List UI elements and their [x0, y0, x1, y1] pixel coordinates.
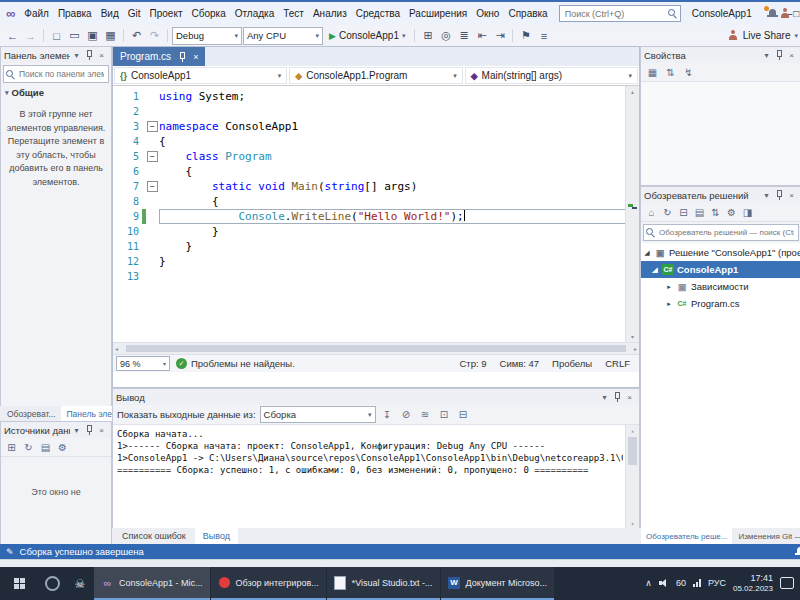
home-icon[interactable]: ⌂: [644, 205, 659, 220]
redo-button[interactable]: ↷: [146, 27, 163, 44]
toolbox-search-input[interactable]: [17, 68, 106, 80]
code-line[interactable]: 7 static void Main(string[] args): [113, 179, 626, 194]
close-icon[interactable]: ×: [193, 52, 198, 62]
tab-server-explorer[interactable]: Обозреват...: [2, 406, 60, 421]
tree-node-project[interactable]: ◢ C# ConsoleApp1: [641, 261, 800, 278]
comment-button[interactable]: ≣: [455, 27, 472, 44]
output-console[interactable]: Сборка начата... 1>------ Сборка начата:…: [113, 425, 639, 529]
sync-icon[interactable]: ⇅: [708, 205, 723, 220]
tree-node-solution[interactable]: ◢ ▣ Решение "ConsoleApp1" (проекты: 1 из…: [641, 244, 800, 261]
zoom-select[interactable]: 96 % ▾: [116, 356, 170, 371]
close-icon[interactable]: ×: [95, 51, 108, 60]
toolbox-section-general[interactable]: ▾ Общие: [1, 85, 111, 100]
expanded-arrow-icon[interactable]: ◢: [643, 249, 651, 257]
notifications-bell-icon[interactable]: [795, 546, 800, 557]
fold-collapse-icon[interactable]: [147, 121, 158, 132]
pin-icon[interactable]: [613, 392, 621, 402]
output-vertical-scrollbar[interactable]: ▴ ▾: [625, 425, 639, 529]
close-icon[interactable]: ×: [95, 426, 108, 435]
tray-chevron-icon[interactable]: ∧: [645, 578, 652, 588]
taskbar-app-visual-studio[interactable]: ∞ ConsoleApp1 - Mic...: [94, 567, 210, 600]
code-line[interactable]: 2: [113, 104, 626, 119]
tab-error-list[interactable]: Список ошибок: [114, 528, 194, 544]
spaces-indicator[interactable]: Пробелы: [552, 358, 592, 369]
live-share-button[interactable]: Live Share ▾: [728, 30, 800, 41]
new-item-button[interactable]: ⊞: [419, 27, 436, 44]
find-in-files-button[interactable]: ◎: [437, 27, 454, 44]
collapsed-arrow-icon[interactable]: ▸: [665, 283, 673, 291]
menu-project[interactable]: Проект: [146, 7, 187, 20]
close-icon[interactable]: ×: [623, 393, 636, 402]
line-list-button[interactable]: ≡: [535, 27, 552, 44]
collapse-all-icon[interactable]: ⊟: [676, 205, 691, 220]
scroll-up-icon[interactable]: ▴: [626, 425, 639, 436]
document-tab-program-cs[interactable]: Program.cs ×: [113, 47, 205, 66]
gear-icon[interactable]: ⚙: [55, 440, 70, 455]
code-line[interactable]: 10 }: [113, 224, 626, 239]
pin-icon[interactable]: [775, 50, 783, 60]
word-wrap-icon[interactable]: ≋: [418, 407, 433, 422]
chevron-down-icon[interactable]: ▾: [598, 393, 611, 402]
scroll-down-icon[interactable]: ▾: [626, 331, 639, 342]
fold-collapse-icon[interactable]: [147, 181, 158, 192]
preview-icon[interactable]: ◨: [740, 205, 755, 220]
collapsed-arrow-icon[interactable]: ▸: [665, 300, 673, 308]
expanded-arrow-icon[interactable]: ◢: [651, 266, 659, 274]
taskbar-clock[interactable]: 17:41 05.02.2023: [733, 573, 773, 593]
nav-member-select[interactable]: ◆ Main(string[] args) ▾: [465, 67, 638, 84]
scroll-left-icon[interactable]: ◂: [115, 345, 118, 352]
code-line[interactable]: 8 {: [113, 194, 626, 209]
scroll-to-end-icon[interactable]: ↧: [380, 407, 395, 422]
clear-output-icon[interactable]: ⊘: [399, 407, 414, 422]
menu-view[interactable]: Вид: [97, 7, 123, 20]
quick-search[interactable]: [559, 5, 681, 22]
taskbar-pinned-app-icon[interactable]: [38, 567, 66, 600]
show-all-files-icon[interactable]: ▤: [692, 205, 707, 220]
quick-search-input[interactable]: [563, 8, 665, 20]
refresh-icon[interactable]: ↻: [660, 205, 675, 220]
eol-indicator[interactable]: CRLF: [605, 358, 630, 369]
code-line[interactable]: 6 {: [113, 164, 626, 179]
tab-solution-explorer[interactable]: Обозреватель реше...: [641, 528, 732, 544]
code-line[interactable]: 11 }: [113, 239, 626, 254]
tree-node-program-cs[interactable]: ▸ C# Program.cs: [641, 295, 800, 312]
menu-analyze[interactable]: Анализ: [309, 7, 351, 20]
menu-tools[interactable]: Средства: [352, 7, 404, 20]
tree-node-dependencies[interactable]: ▸ ▣ Зависимости: [641, 278, 800, 295]
start-debugging-button[interactable]: ▶ ConsoleApp1 ▾: [324, 27, 410, 44]
navigate-forward-button[interactable]: →: [22, 27, 39, 44]
menu-git[interactable]: Git: [124, 7, 145, 20]
solution-config-select[interactable]: Debug ▾: [172, 27, 242, 45]
chevron-down-icon[interactable]: ▾: [70, 51, 83, 60]
pin-icon[interactable]: [178, 52, 186, 62]
menu-debug[interactable]: Отладка: [231, 7, 279, 20]
start-button[interactable]: [0, 567, 38, 600]
menu-window[interactable]: Окно: [472, 7, 503, 20]
solution-platform-select[interactable]: Any CPU ▾: [243, 27, 323, 45]
close-icon[interactable]: ×: [785, 51, 798, 60]
bookmark-button[interactable]: ⚑: [517, 27, 534, 44]
code-line[interactable]: 13: [113, 269, 626, 284]
code-line[interactable]: 5 class Program: [113, 149, 626, 164]
toolbox-search[interactable]: [3, 65, 109, 83]
scroll-up-icon[interactable]: ▴: [626, 86, 639, 97]
menu-extensions[interactable]: Расширения: [405, 7, 471, 20]
code-editor[interactable]: 1 using System; 2 3 namespace ConsoleApp…: [113, 86, 639, 342]
chevron-down-icon[interactable]: ▾: [760, 191, 773, 200]
fold-collapse-icon[interactable]: [147, 151, 158, 162]
menu-help[interactable]: Справка: [504, 7, 551, 20]
menu-build[interactable]: Сборка: [187, 7, 229, 20]
toolbox-header[interactable]: Панель элементов ▾ ×: [1, 47, 111, 63]
tab-output[interactable]: Вывод: [195, 528, 238, 544]
battery-indicator[interactable]: 60: [676, 578, 686, 588]
navigate-back-button[interactable]: ←: [4, 27, 21, 44]
pin-icon[interactable]: [85, 50, 93, 60]
show-all-icon[interactable]: ▤: [38, 440, 53, 455]
taskbar-app-notepad[interactable]: *Visual Studio.txt -...: [327, 567, 440, 600]
refresh-icon[interactable]: ↻: [21, 440, 36, 455]
solution-explorer-search-input[interactable]: [657, 227, 796, 238]
solution-explorer-search[interactable]: [643, 224, 799, 241]
add-icon[interactable]: ⊞: [4, 440, 19, 455]
toggle-output-icon[interactable]: ⊡: [437, 407, 452, 422]
output-header[interactable]: Вывод ▾ ×: [113, 389, 639, 405]
